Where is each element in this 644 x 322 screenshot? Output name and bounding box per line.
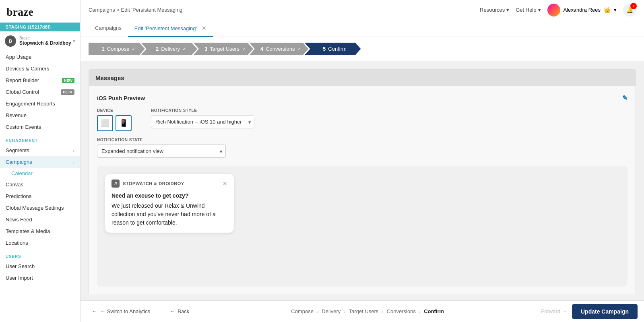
notification-state-wrapper: Expanded notification viewCollapsed noti… bbox=[97, 144, 226, 158]
bottom-crumb-compose: Compose bbox=[291, 308, 314, 314]
sidebar-item-campaigns[interactable]: Campaigns › bbox=[0, 156, 80, 168]
crumb-sep-3: › bbox=[382, 308, 383, 314]
campaigns-chevron-icon: › bbox=[73, 160, 74, 165]
sidebar-item-report-builder[interactable]: Report Builder NEW bbox=[0, 74, 80, 86]
workspace-avatar: B bbox=[5, 35, 16, 47]
sidebar-item-calendar[interactable]: Calendar bbox=[0, 168, 80, 179]
beta-badge: BETA bbox=[61, 89, 74, 95]
sidebar-item-canvas[interactable]: Canvas bbox=[0, 179, 80, 190]
iphone-icon: 📱 bbox=[119, 119, 128, 128]
get-help-chevron-icon: ▾ bbox=[538, 7, 541, 13]
sidebar-item-user-search[interactable]: User Search bbox=[0, 260, 80, 272]
back-arrow-icon: ← bbox=[170, 308, 175, 314]
wizard-step-confirm[interactable]: 5 Confirm bbox=[304, 43, 361, 55]
notification-button[interactable]: 🔔 2 bbox=[623, 4, 636, 17]
ipad-icon: ⬜ bbox=[101, 119, 109, 128]
braze-logo: braze bbox=[0, 0, 80, 23]
conversions-check-icon: ✓ bbox=[297, 46, 301, 52]
bottom-left-actions: ← ← Switch to Analytics ← Back bbox=[87, 305, 194, 318]
bottom-crumb-target-users: Target Users bbox=[349, 308, 379, 314]
sidebar-item-news-feed[interactable]: News Feed bbox=[0, 214, 80, 225]
resources-button[interactable]: Resources ▾ bbox=[480, 7, 509, 13]
notification-dismiss-icon[interactable]: ✕ bbox=[223, 180, 227, 187]
notification-card-header: ⏱ STOPWATCH & DROIDBOY ✕ bbox=[111, 180, 227, 188]
notification-title: Need an excuse to get cozy? bbox=[111, 192, 227, 200]
left-arrow-icon: ← bbox=[92, 308, 97, 314]
bottom-right-actions: Forward → Update Campaign bbox=[541, 304, 638, 319]
notification-count: 2 bbox=[630, 3, 637, 9]
switch-to-analytics-button[interactable]: ← ← Switch to Analytics bbox=[87, 305, 155, 318]
wizard-step-compose[interactable]: 1 Compose ✓ bbox=[89, 43, 145, 55]
back-button[interactable]: ← Back bbox=[165, 305, 194, 318]
notification-style-wrapper: Rich Notification -- iOS 10 and higherSt… bbox=[151, 115, 254, 128]
sidebar-item-devices-carriers[interactable]: Devices & Carriers bbox=[0, 63, 80, 74]
main-content: Campaigns > Edit 'Persistent Messaging' … bbox=[80, 0, 644, 322]
crumb-sep-2: › bbox=[344, 308, 345, 314]
notification-state-select[interactable]: Expanded notification viewCollapsed noti… bbox=[97, 144, 226, 158]
ipad-device-button[interactable]: ⬜ bbox=[97, 115, 113, 131]
user-avatar bbox=[547, 4, 560, 17]
bottom-bar: ← ← Switch to Analytics ← Back Compose ›… bbox=[80, 300, 644, 322]
device-buttons: ⬜ 📱 bbox=[97, 115, 132, 131]
sidebar-item-custom-events[interactable]: Custom Events bbox=[0, 121, 80, 133]
iphone-device-button[interactable]: 📱 bbox=[116, 115, 132, 131]
sidebar-item-segments[interactable]: Segments › bbox=[0, 144, 80, 156]
device-section: DEVICE ⬜ 📱 bbox=[97, 108, 132, 131]
notification-app-icon: ⏱ bbox=[111, 180, 120, 188]
tab-edit-persistent[interactable]: Edit 'Persistent Messaging' ✕ bbox=[128, 20, 213, 37]
user-name: Alexandra Rees bbox=[564, 7, 601, 13]
sidebar-item-global-message-settings[interactable]: Global Message Settings bbox=[0, 202, 80, 214]
workspace-switcher[interactable]: B Braze Stopwatch & Droidboy ▾ bbox=[0, 31, 80, 51]
tabs-bar: Campaigns Edit 'Persistent Messaging' ✕ bbox=[80, 20, 644, 37]
user-chevron-icon: ▾ bbox=[614, 7, 617, 13]
bottom-crumb-conversions: Conversions bbox=[387, 308, 416, 314]
workspace-chevron-icon: ▾ bbox=[73, 38, 75, 44]
notification-app-name: STOPWATCH & DROIDBOY bbox=[123, 181, 223, 186]
crumb-sep-4: › bbox=[419, 308, 421, 314]
new-badge: NEW bbox=[62, 78, 74, 83]
sidebar-item-templates-media[interactable]: Templates & Media bbox=[0, 225, 80, 237]
update-campaign-button[interactable]: Update Campaign bbox=[572, 304, 638, 319]
notification-style-label: NOTIFICATION STYLE bbox=[151, 108, 627, 113]
notification-card: ⏱ STOPWATCH & DROIDBOY ✕ Need an excuse … bbox=[105, 174, 234, 233]
notification-state-label: NOTIFICATION STATE bbox=[97, 138, 627, 142]
delivery-check-icon: ✓ bbox=[182, 46, 186, 52]
sidebar-item-locations[interactable]: Locations bbox=[0, 237, 80, 249]
tab-close-icon[interactable]: ✕ bbox=[202, 25, 206, 31]
notification-style-select[interactable]: Rich Notification -- iOS 10 and higherSt… bbox=[151, 115, 254, 128]
content-area: Messages iOS Push Preview ✎ DEVICE ⬜ bbox=[80, 61, 644, 300]
topbar-actions: Resources ▾ Get Help ▾ Alexandra Rees 👑 … bbox=[480, 4, 636, 17]
notification-body: We just released our Relax & Unwind coll… bbox=[111, 202, 227, 227]
clock-icon: ⏱ bbox=[114, 182, 118, 186]
user-menu[interactable]: Alexandra Rees 👑 ▾ bbox=[547, 4, 617, 17]
get-help-button[interactable]: Get Help ▾ bbox=[516, 7, 541, 13]
sidebar-item-engagement-reports[interactable]: Engagement Reports bbox=[0, 98, 80, 109]
sidebar-item-predictions[interactable]: Predictions bbox=[0, 190, 80, 202]
workspace-brand: Braze bbox=[19, 36, 73, 40]
edit-icon[interactable]: ✎ bbox=[622, 94, 627, 102]
engagement-section-label: ENGAGEMENT bbox=[0, 133, 80, 144]
wizard-steps: 1 Compose ✓ 2 Delivery ✓ 3 Target Users … bbox=[80, 37, 644, 61]
messages-body: iOS Push Preview ✎ DEVICE ⬜ 📱 bbox=[89, 86, 636, 295]
resources-chevron-icon: ▾ bbox=[506, 7, 509, 13]
wizard-step-delivery[interactable]: 2 Delivery ✓ bbox=[141, 43, 197, 55]
tab-campaigns[interactable]: Campaigns bbox=[89, 20, 128, 37]
user-crown-icon: 👑 bbox=[604, 7, 611, 13]
notification-style-section: NOTIFICATION STYLE Rich Notification -- … bbox=[151, 108, 627, 128]
sidebar-item-revenue[interactable]: Revenue bbox=[0, 109, 80, 121]
forward-arrow-icon: → bbox=[562, 308, 567, 314]
messages-header: Messages bbox=[89, 70, 636, 86]
users-section-label: USERS bbox=[0, 249, 80, 260]
topbar: Campaigns > Edit 'Persistent Messaging' … bbox=[80, 0, 644, 20]
sidebar-item-app-usage[interactable]: App Usage bbox=[0, 51, 80, 63]
wizard-step-conversions[interactable]: 4 Conversions ✓ bbox=[249, 43, 309, 55]
notification-state-section: NOTIFICATION STATE Expanded notification… bbox=[97, 138, 627, 158]
bottom-crumb-confirm: Confirm bbox=[424, 308, 444, 314]
wizard-step-target-users[interactable]: 3 Target Users ✓ bbox=[193, 43, 253, 55]
messages-panel: Messages iOS Push Preview ✎ DEVICE ⬜ bbox=[89, 69, 636, 295]
bottom-crumb-delivery: Delivery bbox=[322, 308, 341, 314]
sidebar-item-user-import[interactable]: User Import bbox=[0, 272, 80, 284]
push-preview-card: ⏱ STOPWATCH & DROIDBOY ✕ Need an excuse … bbox=[97, 166, 627, 287]
sidebar-item-global-control[interactable]: Global Control BETA bbox=[0, 86, 80, 98]
forward-button[interactable]: Forward → bbox=[541, 308, 567, 314]
